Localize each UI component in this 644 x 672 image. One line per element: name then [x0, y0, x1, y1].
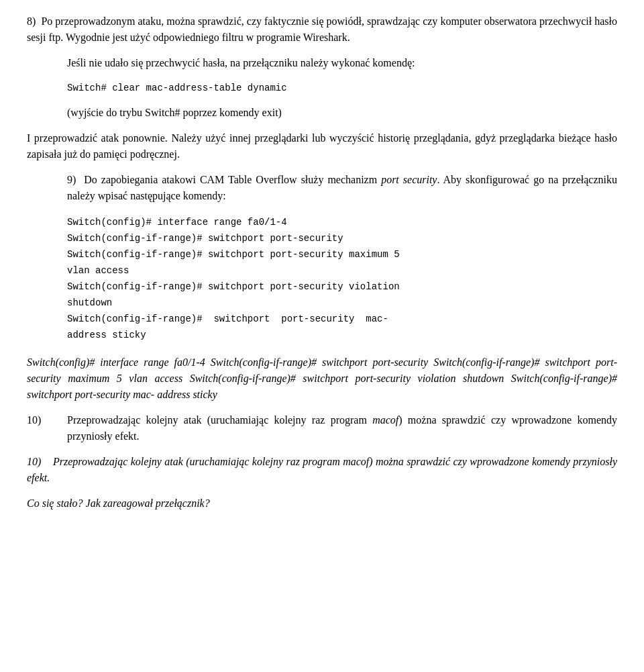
code-security-line8: address sticky — [67, 330, 146, 340]
code-security-line5: Switch(config-if-range)# switchport port… — [67, 281, 400, 292]
paragraph-exit: (wyjście do trybu Switch# poprzez komend… — [67, 105, 617, 121]
text-macof-italic: macof — [372, 414, 398, 426]
question-explain-commands: Switch(config)# interface range fa0/1-4 … — [27, 354, 617, 403]
text-p8: 8) Po przeprowadzonym ataku, można spraw… — [27, 15, 617, 43]
code-block-security: Switch(config)# interface range fa0/1-4 … — [67, 213, 617, 342]
text-repeat: I przeprowadzić atak ponownie. Należy uż… — [27, 132, 617, 160]
text-10: Przeprowadzając kolejny atak (uruchamiaj… — [67, 412, 617, 444]
question-co-sie-stalo: 10) Przeprowadzając kolejny atak (urucha… — [27, 454, 617, 486]
text-9-intro: 9) Do zapobiegania atakowi CAM Table Ove… — [67, 174, 617, 201]
code-security-line7: Switch(config-if-range)# switchport port… — [67, 314, 388, 324]
code-clear: Switch# clear mac-address-table dynamic — [67, 81, 617, 95]
text-q-stalo: 10) Przeprowadzając kolejny atak (urucha… — [27, 456, 617, 483]
text-q-mozna: Co się stało? Jak zareagował przełącznik… — [27, 497, 210, 509]
paragraph-10: 10) Przeprowadzając kolejny atak (urucha… — [27, 412, 617, 444]
text-port-security-italic: port security — [381, 174, 437, 185]
num-10: 10) — [27, 412, 67, 444]
code-security-line6: shutdown — [67, 297, 112, 308]
code-security-line2: Switch(config-if-range)# switchport port… — [67, 233, 343, 244]
paragraph-clear-intro: Jeśli nie udało się przechwycić hasła, n… — [67, 55, 617, 71]
code-block-clear: Switch# clear mac-address-table dynamic — [67, 81, 617, 95]
code-security-line1: Switch(config)# interface range fa0/1-4 — [67, 217, 287, 228]
paragraph-8: 8) Po przeprowadzonym ataku, można spraw… — [27, 13, 617, 46]
text-clear-intro: Jeśli nie udało się przechwycić hasła, n… — [67, 57, 415, 68]
text-exit: (wyjście do trybu Switch# poprzez komend… — [67, 107, 282, 118]
paragraph-9-intro: 9) Do zapobiegania atakowi CAM Table Ove… — [67, 172, 617, 204]
paragraph-repeat: I przeprowadzić atak ponownie. Należy uż… — [27, 130, 617, 162]
code-security-line4: vlan access — [67, 265, 129, 276]
page-content: 8) Po przeprowadzonym ataku, można spraw… — [27, 13, 617, 512]
text-question-explain: Switch(config)# interface range fa0/1-4 … — [27, 356, 617, 400]
question-czy-mozna: Co się stało? Jak zareagował przełącznik… — [27, 495, 617, 512]
code-security-line3: Switch(config-if-range)# switchport port… — [67, 249, 400, 260]
